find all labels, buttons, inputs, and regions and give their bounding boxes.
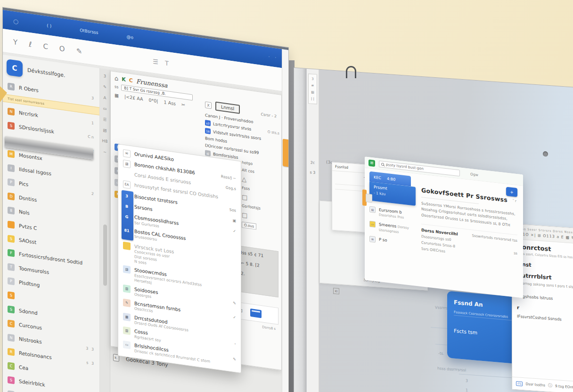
tool-strip-icon[interactable]: A: [104, 95, 106, 100]
search-dialog: ⊞ pssty lsysrd bust-gon Ogw KEC 4:B0: [365, 156, 523, 298]
dialog-list-item[interactable]: ▤ Eursroom b Dsssrishss Ihss: [369, 206, 418, 222]
menu-item-icon: G: [123, 212, 131, 221]
sidebar-item-icon: S: [8, 291, 15, 299]
dialog-main: + ˅ r GokovfSoett Pr Ssroswss SuSsosrrss…: [421, 178, 517, 297]
sidebar-item-label: Pics: [19, 180, 28, 188]
sidebar-item-icon: I: [8, 164, 15, 172]
app-green-icon: ⊞: [368, 159, 375, 167]
dialog-item-icon: ✉: [369, 236, 376, 243]
strip-icon[interactable]: ▤: [311, 90, 314, 94]
strip-icon[interactable]: | |: [311, 97, 314, 101]
contact-line: IFsgshssbs lstruss: [517, 294, 573, 304]
monitor-bezel: [294, 68, 306, 392]
tool-strip-icon[interactable]: ✎: [103, 84, 106, 90]
menu-item-shortcut: ˅: [234, 342, 236, 348]
sidebar-item-label: Sdeirlrblck: [19, 378, 45, 388]
tool-strip-icon[interactable]: ▤: [103, 128, 106, 133]
sidebar-item-icon: S: [8, 305, 15, 313]
section-line-right: ss: [514, 251, 517, 256]
square-shape-icon[interactable]: □: [242, 193, 247, 201]
right-monitor: 3≡▤| | 2cs 3 (3o ● ▭ Ssrrrytsg KI Csrsrs…: [294, 68, 573, 392]
menu-item-icon: ▥: [123, 327, 131, 335]
dialog-item-sub: Ihss: [397, 215, 404, 220]
tool-strip-icon[interactable]: 3: [104, 74, 106, 79]
ribbon-icon[interactable]: ✂: [181, 102, 185, 107]
sidebar-item-label: Retolsnoancs: [19, 350, 52, 360]
dialog-item-icon: ▤: [369, 206, 376, 213]
menu-item-icon: ▥: [123, 285, 131, 293]
contact-line: Mnst: [517, 261, 573, 273]
dialog-list-item[interactable]: ✉ P so: [369, 236, 418, 248]
square-shape-icon[interactable]: □: [242, 211, 247, 219]
tool-strip-icon[interactable]: H8: [102, 139, 108, 144]
blue-card[interactable]: Fssnd An Fsssssck Cssrsssck Crssrssrsrsd…: [447, 291, 521, 364]
search-text: pssty lsysrd bust-gon: [386, 163, 424, 171]
panel-glyph-line: Iss s5 ¢ 71: [241, 250, 276, 260]
sidebar-item-icon: C: [8, 362, 15, 370]
app-tile-icon: C: [7, 59, 23, 77]
toolbar-icon[interactable]: ✎: [76, 46, 82, 56]
doc-thumb-icon: [366, 194, 372, 203]
scrollbar-thumb[interactable]: [103, 224, 107, 286]
menu-item-icon: 3: [123, 192, 131, 200]
tool-strip-icon[interactable]: ☰: [103, 117, 107, 122]
sidebar-item-label: Plsdtsng: [19, 279, 40, 288]
close-icon[interactable]: X: [205, 101, 212, 109]
status-text-2: 9.tsg EOnt pss: [555, 384, 573, 390]
sketch-line: [459, 374, 516, 378]
bezel-hole: [543, 151, 548, 157]
primary-action-button[interactable]: +: [506, 187, 517, 197]
sidebar-item-badge: Cn: [88, 134, 95, 139]
sketch-label: -ts.: [438, 351, 444, 356]
dialog-heading: GokovfSoett Pr Ssroswss: [421, 187, 517, 204]
window-controls-icon: ( ): [47, 23, 51, 28]
sidebar-item-label: Toomsurolss: [19, 265, 49, 275]
sidebar-item-label: SAOsst: [19, 237, 36, 245]
center-area: ⌂ K C Frunenssa ss B] T Svr Gs rssrssg ,…: [110, 70, 282, 392]
tab-label: KEC: [374, 175, 381, 180]
scene: ○ ( ) OtBsrsss @o · · YℓCO✎ ☰T C Dévksts…: [0, 0, 573, 392]
sidebar-item-label: Nlstrooks: [19, 336, 42, 345]
tool-strip-icon[interactable]: ▭: [103, 106, 106, 111]
sidebar-item-label: SDrslosrlsljssk: [19, 124, 54, 135]
home-icon[interactable]: ⌂: [115, 74, 118, 82]
ribbon-icon[interactable]: ▦: [115, 92, 119, 98]
sidebar-item-icon: S: [8, 122, 15, 130]
sheet-icon: KI: [333, 288, 339, 294]
strip-icon[interactable]: ≡: [311, 84, 314, 88]
orange-bookmark-tab[interactable]: [283, 139, 288, 167]
panel-glyph-line: ⌐ 5 8. [2: [241, 261, 276, 270]
sidebar-item-icon: S: [8, 235, 15, 243]
side-tool-strip: 3≡▤| | 2cs 3: [307, 69, 319, 392]
view-icon[interactable]: T: [165, 59, 169, 67]
tool-strip: 3✎A▭☰▤H8~: [100, 68, 110, 392]
contact-line: IFbsrnsg ssksng ssns t psrs t slsy Osgss…: [517, 281, 573, 291]
toolbar-icon[interactable]: O: [59, 44, 65, 53]
tool-strip-icon[interactable]: ~: [103, 149, 106, 155]
ribbon-icon[interactable]: 1 Ass: [164, 99, 176, 106]
strip-icon[interactable]: 3: [311, 77, 313, 81]
right-screen: (3o ● ▭ Ssrrrytsg KI Csrsrssrs Fssrilsd …: [319, 70, 573, 392]
sidebar-item-icon: M: [8, 150, 15, 158]
menu-item-shortcut: ✓: [233, 228, 236, 234]
blue-card-line: Fsssssck Cssrsssck Crssrssrsrsdss: [454, 310, 514, 321]
dialog-item-sub: Dorssy: [398, 225, 409, 230]
dialog-list-item[interactable]: ▭ Smeeros Dorssy Ussrssgnsss: [369, 221, 418, 237]
toolbar-icon[interactable]: C: [43, 41, 48, 50]
dialog-item-title: Smeeros: [379, 222, 396, 229]
sketch-label: 3: [466, 378, 468, 383]
triangle-shape-icon[interactable]: △: [242, 175, 246, 183]
ribbon-icon[interactable]: |<2£ AA: [124, 94, 143, 102]
folder-icon[interactable]: [250, 308, 262, 318]
menu-item-shortcut: Gsg,s: [226, 184, 236, 191]
toolbar-icon[interactable]: ℓ: [29, 40, 32, 49]
sidebar-item-label: Mosontsx: [19, 152, 42, 161]
sidebar-item-badge: 1: [91, 121, 95, 125]
menu-item-icon: ▤: [123, 265, 131, 274]
menu-item-shortcut: Rsss/J ~: [221, 173, 236, 181]
menu-item-icon: ▤: [123, 160, 131, 168]
toolbar-icon[interactable]: Y: [13, 38, 17, 47]
ribbon-icon[interactable]: 0*0|: [149, 97, 158, 104]
view-icon[interactable]: ☰: [153, 58, 158, 66]
dialog-item-icon: ▭: [369, 221, 376, 228]
